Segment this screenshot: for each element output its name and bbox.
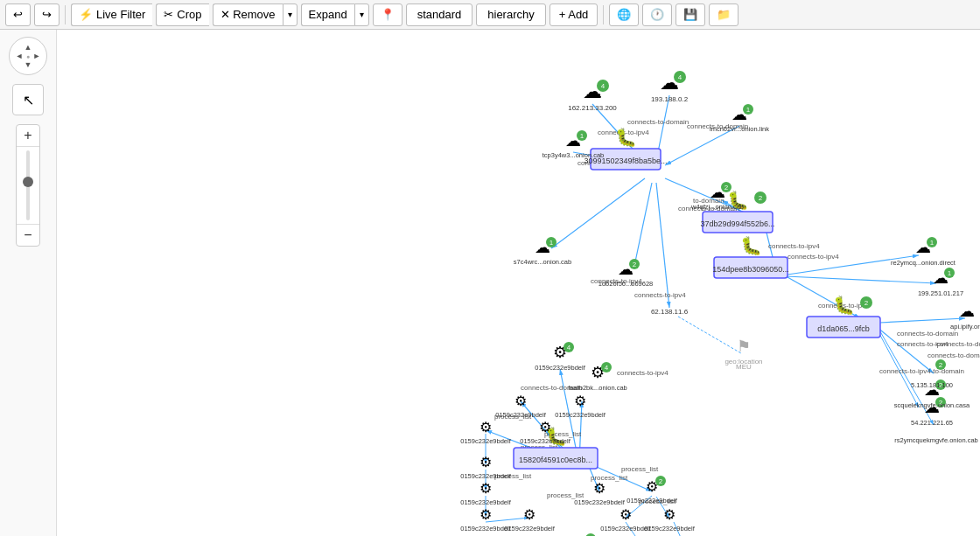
node-g6[interactable]: ⚙ 0159c232e9bdelf: [460, 455, 511, 480]
zoom-control: + −: [16, 124, 40, 247]
svg-text:rs2ymcquekmgvfe.onion.cab: rs2ymcquekmgvfe.onion.cab: [894, 436, 977, 444]
svg-text:0159c232e9bdelf: 0159c232e9bdelf: [495, 411, 546, 419]
svg-text:62.138.11.6: 62.138.11.6: [651, 308, 689, 316]
svg-text:🐛: 🐛: [833, 295, 855, 316]
svg-text:0159c232e9bdelf: 0159c232e9bdelf: [555, 411, 606, 419]
hierarchy-button[interactable]: hierarchy: [476, 3, 545, 26]
zoom-thumb[interactable]: [23, 177, 33, 187]
expand-arrow[interactable]: ▾: [354, 3, 369, 26]
expand-split: Expand ▾: [301, 3, 369, 26]
clock-button[interactable]: 🕐: [642, 3, 672, 26]
pan-right-arrow[interactable]: ►: [33, 52, 41, 60]
pan-up-arrow[interactable]: ▲: [24, 43, 32, 52]
svg-text:2: 2: [939, 361, 943, 369]
node-g4[interactable]: ⚙ 0159c232e9bdelf: [460, 420, 511, 445]
node-meu[interactable]: MEU: [736, 363, 752, 371]
zoom-track[interactable]: [26, 150, 30, 220]
pan-down-arrow[interactable]: ▼: [24, 60, 32, 69]
undo-button[interactable]: ↩: [5, 3, 31, 26]
svg-text:199.251.01.217: 199.251.01.217: [918, 289, 963, 297]
svg-text:4: 4: [567, 344, 571, 352]
node-n10[interactable]: ☁ 1 s7c4wrc...onion.cab: [514, 237, 571, 266]
remove-button[interactable]: ✕ Remove: [213, 3, 283, 26]
pan-control[interactable]: ▲ ◄ ● ► ▼: [9, 37, 47, 75]
svg-text:scquelekngvfe.onion.casa: scquelekngvfe.onion.casa: [894, 401, 970, 409]
redo-button[interactable]: ↪: [34, 3, 60, 26]
svg-text:4: 4: [601, 82, 606, 90]
svg-text:⚙: ⚙: [480, 420, 492, 435]
node-n8[interactable]: ☁ 1 tcp3y4w3...onion.cab: [542, 130, 604, 159]
node-n7[interactable]: ☁ 4 193.188.0.2: [651, 71, 689, 103]
node-geo[interactable]: ⚑ geo:location: [724, 338, 762, 365]
node-n20[interactable]: 62.138.11.6: [651, 308, 689, 316]
node-g1[interactable]: ⚙ 4 0159c232e9bdelf: [535, 342, 585, 372]
svg-text:0159c232e9bdelf: 0159c232e9bdelf: [626, 497, 677, 505]
node-n18[interactable]: rs2ymcquekmgvfe.onion.cab: [894, 436, 977, 444]
globe-icon: 🌐: [617, 8, 631, 21]
node-n15[interactable]: ☁ api.ipify.org: [950, 303, 980, 331]
edge-label: connects-to-domain: [936, 340, 980, 348]
add-button[interactable]: + Add: [550, 3, 598, 26]
crop-icon: ✂: [164, 8, 173, 21]
svg-text:⚙: ⚙: [523, 507, 536, 522]
remove-arrow[interactable]: ▾: [283, 3, 298, 26]
svg-text:2: 2: [724, 184, 729, 191]
graph-canvas[interactable]: connects-to-ipv4 connects-to-domain conn…: [57, 30, 980, 536]
svg-text:⚙: ⚙: [480, 507, 492, 522]
edge-label: connects-to-ipv4: [788, 253, 839, 261]
svg-text:4: 4: [605, 364, 609, 372]
toolbar: ↩ ↪ ⚡ Live Filter ✂ Crop ✕ Remove ▾ Expa…: [0, 0, 980, 30]
select-tool[interactable]: ↖: [12, 84, 44, 115]
svg-text:5.135.181.100: 5.135.181.100: [911, 381, 953, 389]
node-g13[interactable]: ⚙ 0159c232e9bdelf: [644, 507, 695, 533]
node-n13[interactable]: ☁ 1 re2ymcq...onion.direct: [891, 237, 956, 267]
node-g11[interactable]: ⚙ 2 0159c232e9bdelf: [626, 476, 677, 505]
svg-text:0159c232e9bdelf: 0159c232e9bdelf: [460, 498, 511, 506]
svg-text:1: 1: [580, 132, 584, 140]
svg-text:2: 2: [864, 299, 869, 307]
node-g3[interactable]: ⚙ 0159c232e9bdelf: [555, 393, 606, 419]
edge-label: connects-to-ipv4-to-domain: [879, 367, 964, 375]
svg-text:1: 1: [746, 106, 751, 114]
svg-text:193.188.0.2: 193.188.0.2: [651, 95, 689, 103]
separator-2: [603, 5, 604, 24]
node-n5[interactable]: 15820f4591c0ec8b... 🐛: [514, 426, 598, 469]
main-area: ▲ ◄ ● ► ▼ ↖ + −: [0, 30, 980, 536]
svg-text:2: 2: [659, 477, 663, 485]
pin-button[interactable]: 📍: [373, 3, 402, 26]
zoom-divider: [17, 146, 39, 147]
folder-icon: 📁: [717, 8, 731, 21]
pan-left-arrow[interactable]: ◄: [16, 52, 24, 60]
add-label: + Add: [559, 8, 589, 21]
svg-text:lmcn62vr...onion.link: lmcn62vr...onion.link: [710, 125, 769, 133]
node-n11[interactable]: ☁ 2 1d626f56...b69628: [598, 259, 654, 288]
svg-text:api.ipify.org: api.ipify.org: [950, 323, 980, 331]
crop-button[interactable]: ✂ Crop: [156, 3, 208, 26]
standard-button[interactable]: standard: [406, 3, 473, 26]
svg-text:0159c232e9bdelf: 0159c232e9bdelf: [460, 472, 511, 480]
svg-text:2: 2: [633, 261, 637, 268]
remove-label: ✕ Remove: [220, 8, 276, 21]
svg-line-11: [786, 276, 936, 283]
svg-text:0159c232e9bdelf: 0159c232e9bdelf: [535, 364, 585, 372]
node-n9[interactable]: ☁ 1 lmcn62vr...onion.link: [710, 104, 769, 133]
edge-label: connects-to-ipv4: [634, 291, 686, 299]
globe-button[interactable]: 🌐: [609, 3, 639, 26]
svg-text:0159c232e9bdelf: 0159c232e9bdelf: [460, 437, 511, 445]
folder-button[interactable]: 📁: [709, 3, 738, 26]
save-button[interactable]: 💾: [676, 3, 705, 26]
svg-text:re2ymcq...onion.direct: re2ymcq...onion.direct: [891, 259, 956, 267]
zoom-out-button[interactable]: −: [16, 225, 40, 246]
svg-text:⚙: ⚙: [593, 481, 606, 496]
node-g2[interactable]: ⚙ 0159c232e9bdelf: [495, 393, 546, 419]
zoom-in-button[interactable]: +: [16, 125, 40, 146]
graph-svg: connects-to-ipv4 connects-to-domain conn…: [57, 30, 980, 536]
node-n6[interactable]: ☁ 4 162.213.33.200: [568, 80, 617, 112]
live-filter-button[interactable]: ⚡ Live Filter: [71, 3, 152, 26]
expand-button[interactable]: Expand: [301, 3, 354, 26]
remove-split: ✕ Remove ▾: [213, 3, 298, 26]
edge-label: connects-to-ipv4: [768, 242, 820, 250]
node-g7[interactable]: ⚙ 0159c232e9bdelf: [460, 481, 511, 506]
node-n1[interactable]: 30991502349f8ba5be... 🐛: [584, 127, 667, 170]
svg-text:0159c232e9bdelf: 0159c232e9bdelf: [644, 525, 695, 533]
